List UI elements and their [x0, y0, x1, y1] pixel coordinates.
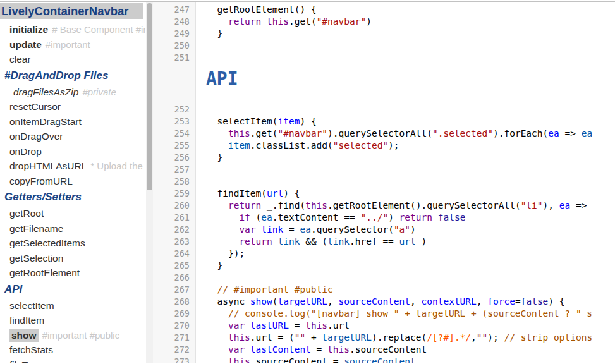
line-number: 254	[153, 128, 196, 140]
sidebar-item-label: getRoot	[9, 208, 44, 219]
code-line-text: this.sourceContent = sourceContent	[196, 356, 615, 363]
code-line-text	[196, 272, 615, 284]
code-line-text: }	[196, 152, 615, 164]
line-number: 252	[153, 104, 196, 116]
code-line-text	[196, 104, 615, 116]
sidebar-scrollbar-thumb[interactable]	[147, 3, 152, 190]
code-line: 248 return this.get("#navbar")	[153, 16, 615, 28]
sidebar-item-drophtmlasurl[interactable]: dropHTMLAsURL* Upload the	[0, 159, 146, 174]
code-line: 255 item.classList.add("selected");	[153, 140, 615, 152]
line-number: 263	[153, 236, 196, 248]
sidebar-item--draganddrop-files[interactable]: #DragAndDrop Files	[0, 67, 146, 85]
sidebar-item-initialize[interactable]: initialize# Base Component #im	[0, 22, 146, 37]
sidebar-scrollbar[interactable]	[146, 2, 153, 363]
code-line-text: }	[196, 28, 615, 40]
code-line: 251	[153, 52, 615, 64]
sidebar-item-label: update	[9, 39, 42, 50]
code-line: 256 }	[153, 152, 615, 164]
sidebar-item-getrootelement[interactable]: getRootElement	[0, 265, 146, 281]
sidebar-item-label: dragFilesAsZip	[13, 87, 78, 97]
code-line: 269 // console.log("[navbar] show " + ta…	[153, 308, 615, 320]
sidebar-item-getselection[interactable]: getSelection	[0, 251, 146, 266]
navbar-method-list: initialize# Base Component #imupdate#imp…	[0, 22, 146, 363]
code-line-text	[196, 164, 615, 176]
line-number: 255	[153, 140, 196, 152]
class-outline-navbar: LivelyContainerNavbar initialize# Base C…	[0, 2, 146, 363]
line-number: 268	[153, 296, 196, 308]
code-line: 270 var lastURL = this.url	[153, 320, 615, 332]
sidebar-item-getselecteditems[interactable]: getSelectedItems	[0, 236, 146, 251]
line-number: 257	[153, 164, 196, 176]
sidebar-item-label: getSelectedItems	[9, 238, 85, 248]
sidebar-item-copyfromurl[interactable]: copyFromURL	[0, 174, 146, 189]
sidebar-item-label: getRootElement	[9, 267, 80, 278]
section-heading-api: API	[206, 69, 238, 89]
code-line: 272 var lastContent = this.sourceContent	[153, 344, 615, 356]
sidebar-item-clear[interactable]: clear	[0, 52, 146, 67]
line-number: 262	[153, 224, 196, 236]
sidebar-item-annotation: #important	[46, 39, 90, 50]
code-line: 247 getRootElement() {	[153, 4, 615, 16]
sidebar-item-label: selectItem	[9, 300, 54, 311]
code-line-text: }	[196, 260, 615, 272]
line-number: 261	[153, 212, 196, 224]
code-line-text: return link && (link.href == url )	[196, 236, 615, 248]
lively-editor-window: LivelyContainerNavbar initialize# Base C…	[0, 0, 615, 364]
sidebar-item-api[interactable]: API	[0, 281, 146, 298]
sidebar-item-label: resetCursor	[9, 101, 61, 112]
code-line-text: item.classList.add("selected");	[196, 140, 615, 152]
line-number: 258	[153, 176, 196, 188]
line-number	[153, 64, 196, 104]
code-line: 258	[153, 176, 615, 188]
sidebar-item-annotation: # Base Component #im	[52, 24, 146, 35]
code-line-text: var link = ea.querySelector("a")	[196, 224, 615, 236]
line-number: 247	[153, 4, 196, 16]
sidebar-item-show[interactable]: show#important #public	[0, 328, 146, 343]
sidebar-item-selectitem[interactable]: selectItem	[0, 298, 146, 313]
code-line: 261 if (ea.textContent == "../") return …	[153, 212, 615, 224]
sidebar-item-getfilename[interactable]: getFilename	[0, 221, 146, 236]
code-line-text: // console.log("[navbar] show " + target…	[196, 308, 615, 320]
sidebar-item-label: dropHTMLAsURL	[9, 161, 87, 171]
code-line-text: findItem(url) {	[196, 188, 615, 200]
line-number: 259	[153, 188, 196, 200]
code-line-text: // #important #public	[196, 284, 615, 296]
navbar-class-title[interactable]: LivelyContainerNavbar	[0, 3, 143, 19]
markdown-heading-row: API	[153, 64, 615, 104]
sidebar-item-ondrop[interactable]: onDrop	[0, 144, 146, 159]
code-line-text: return _.find(this.getRootElement().quer…	[196, 200, 615, 212]
line-number: 264	[153, 248, 196, 260]
sidebar-item-onitemdragstart[interactable]: onItemDragStart	[0, 114, 146, 130]
sidebar-item-finditem[interactable]: findItem	[0, 313, 146, 328]
code-line: 273 this.sourceContent = sourceContent	[153, 356, 615, 363]
code-line: 264 });	[153, 248, 615, 260]
sidebar-item-label: onItemDragStart	[9, 116, 82, 127]
line-number: 265	[153, 260, 196, 272]
sidebar-item-update[interactable]: update#important	[0, 37, 146, 52]
code-line-text: this.url = ("" + targetURL).replace(/[?#…	[196, 332, 615, 344]
code-line: 260 return _.find(this.getRootElement().…	[153, 200, 615, 212]
sidebar-item-label: copyFromURL	[9, 176, 73, 186]
code-lines: 247 getRootElement() {248 return this.ge…	[153, 2, 615, 363]
code-line: 249 }	[153, 28, 615, 40]
sidebar-item-annotation: #important #public	[42, 330, 120, 341]
line-number: 256	[153, 152, 196, 164]
sidebar-item-resetcursor[interactable]: resetCursor	[0, 99, 146, 114]
sidebar-item-getroot[interactable]: getRoot	[0, 206, 146, 221]
code-line: 262 var link = ea.querySelector("a")	[153, 224, 615, 236]
code-line-text: var lastContent = this.sourceContent	[196, 344, 615, 356]
sidebar-item-label: #DragAndDrop Files	[4, 70, 108, 82]
code-line-text: var lastURL = this.url	[196, 320, 615, 332]
sidebar-item-dragfilesaszip[interactable]: dragFilesAsZip#private	[0, 85, 146, 100]
line-number: 251	[153, 52, 196, 64]
code-editor[interactable]: 247 getRootElement() {248 return this.ge…	[153, 2, 615, 363]
line-number: 272	[153, 344, 196, 356]
code-line: 257	[153, 164, 615, 176]
sidebar-item-ondragover[interactable]: onDragOver	[0, 129, 146, 144]
code-line-text	[196, 176, 615, 188]
sidebar-item-getters-setters[interactable]: Getters/Setters	[0, 188, 146, 206]
code-line-text: getRootElement() {	[196, 4, 615, 16]
sidebar-item-filetype[interactable]: fileType	[0, 358, 146, 363]
code-line: 268 async show(targetURL, sourceContent,…	[153, 296, 615, 308]
sidebar-item-fetchstats[interactable]: fetchStats	[0, 343, 146, 358]
